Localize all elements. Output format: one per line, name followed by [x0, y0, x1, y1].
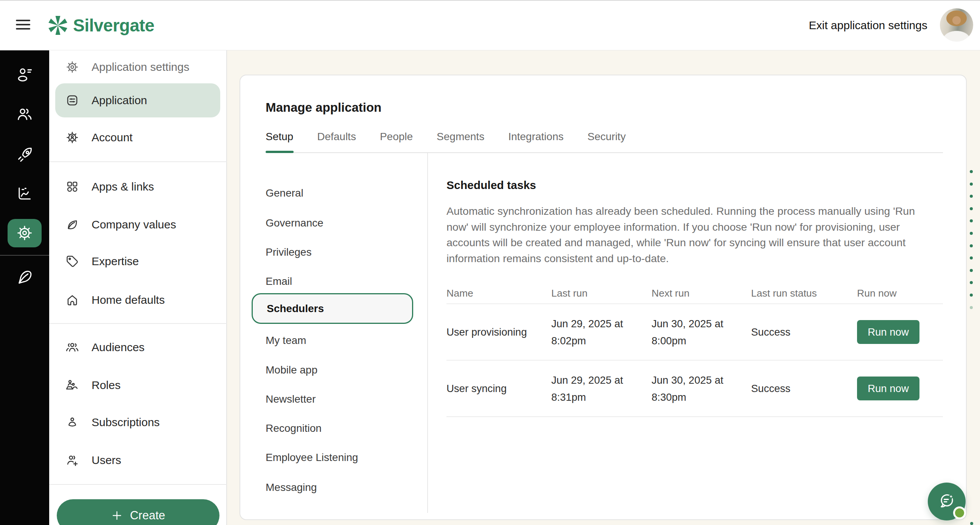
page-title: Manage application	[266, 101, 382, 115]
person-laptop-icon	[65, 378, 79, 392]
sidebar-item-apps-links[interactable]: Apps & links	[65, 176, 154, 198]
settings-nav-mobile-app[interactable]: Mobile app	[266, 362, 317, 378]
exit-application-settings-link[interactable]: Exit application settings	[808, 19, 928, 32]
sidebar-item-label: Account	[92, 131, 132, 144]
dot	[970, 522, 973, 525]
sidebar-item-label: Apps & links	[92, 180, 154, 193]
settings-gear-icon[interactable]	[16, 224, 33, 242]
top-bar: Silvergate Exit application settings	[0, 0, 980, 50]
people-icon[interactable]	[16, 106, 33, 123]
sidebar-item-roles[interactable]: Roles	[65, 374, 121, 397]
decorative-dot-column	[970, 170, 973, 309]
task-name: User syncing	[447, 383, 551, 395]
settings-nav-messaging[interactable]: Messaging	[266, 480, 317, 495]
rail-divider	[0, 255, 49, 256]
last-run-value: Jun 29, 2025 at 8:31pm	[551, 372, 634, 406]
person-cloak-icon	[65, 415, 79, 429]
status-value: Success	[751, 383, 857, 395]
settings-sidebar: Application settings Application Account…	[49, 50, 227, 525]
active-tab-underline	[266, 151, 294, 153]
sidebar-item-label: Audiences	[92, 341, 145, 354]
tabs-bottom-border	[266, 152, 943, 153]
online-status-dot	[953, 506, 966, 519]
settings-nav-privileges[interactable]: Privileges	[266, 245, 312, 260]
sidebar-item-label: Expertise	[92, 255, 139, 268]
sidebar-item-subscriptions[interactable]: Subscriptions	[65, 411, 160, 434]
sidebar-item-label: Subscriptions	[92, 416, 160, 429]
settings-nav-divider	[427, 153, 428, 513]
sidebar-item-expertise[interactable]: Expertise	[65, 250, 139, 273]
settings-nav-employee-listening[interactable]: Employee Listening	[266, 450, 358, 465]
tag-icon	[65, 255, 79, 268]
table-row: User provisioning Jun 29, 2025 at 8:02pm…	[447, 303, 943, 360]
rocket-icon[interactable]	[16, 147, 33, 164]
hamburger-menu-icon[interactable]	[16, 20, 30, 30]
sidebar-item-account[interactable]: Account	[65, 126, 132, 149]
compose-feather-icon[interactable]	[16, 269, 33, 286]
dot	[970, 294, 973, 297]
status-value: Success	[751, 326, 857, 338]
settings-nav-governance[interactable]: Governance	[266, 215, 323, 231]
tab-defaults[interactable]: Defaults	[317, 131, 356, 143]
icon-rail	[0, 50, 49, 525]
settings-nav-email[interactable]: Email	[266, 274, 292, 289]
table-bottom-border	[447, 416, 943, 417]
run-now-button[interactable]: Run now	[857, 320, 920, 344]
tab-setup[interactable]: Setup	[266, 131, 293, 143]
section-description: Automatic synchronization has already be…	[447, 203, 923, 266]
sidebar-item-users[interactable]: Users	[65, 449, 121, 472]
sidebar-divider	[49, 484, 227, 485]
sidebar-item-home-defaults[interactable]: Home defaults	[65, 289, 165, 311]
tab-bar: Setup Defaults People Segments Integrati…	[266, 131, 626, 143]
tab-segments[interactable]: Segments	[437, 131, 484, 143]
create-button[interactable]: Create	[57, 499, 220, 525]
column-header-last-run: Last run	[551, 287, 652, 299]
people-group-icon	[65, 340, 79, 354]
dot	[970, 219, 973, 222]
home-icon	[65, 293, 79, 307]
plus-icon	[111, 509, 123, 522]
brand-asterisk-icon	[47, 14, 69, 37]
sidebar-item-label: Application settings	[92, 61, 189, 73]
settings-nav-my-team[interactable]: My team	[266, 333, 306, 348]
column-header-last-run-status: Last run status	[751, 287, 857, 299]
dot	[970, 306, 973, 309]
sidebar-item-label: Application	[92, 94, 147, 107]
tab-security[interactable]: Security	[587, 131, 625, 143]
sidebar-item-label: Users	[92, 454, 121, 467]
sidebar-item-application-settings[interactable]: Application settings	[65, 56, 189, 78]
column-header-run-now: Run now	[857, 287, 943, 299]
dot	[970, 269, 973, 272]
tab-people[interactable]: People	[380, 131, 413, 143]
sidebar-divider	[49, 161, 227, 162]
next-run-value: Jun 30, 2025 at 8:30pm	[652, 372, 734, 406]
window-top-edge	[0, 0, 980, 1]
settings-nav-newsletter[interactable]: Newsletter	[266, 392, 315, 407]
sidebar-item-label: Roles	[92, 379, 121, 392]
sidebar-item-application[interactable]: Application	[65, 89, 147, 112]
settings-nav-recognition[interactable]: Recognition	[266, 421, 321, 436]
table-row: User syncing Jun 29, 2025 at 8:31pm Jun …	[447, 360, 943, 416]
brand-name: Silvergate	[73, 15, 154, 36]
gear-icon	[65, 60, 79, 74]
dot	[970, 183, 973, 186]
user-details-icon[interactable]	[16, 66, 33, 83]
settings-nav-general[interactable]: General	[266, 186, 304, 201]
sidebar-item-audiences[interactable]: Audiences	[65, 336, 145, 359]
leaf-icon	[65, 218, 79, 231]
sidebar-item-company-values[interactable]: Company values	[65, 213, 176, 236]
sidebar-item-label: Home defaults	[92, 294, 165, 306]
dot	[970, 244, 973, 247]
settings-nav-schedulers-selected[interactable]: Schedulers	[251, 293, 413, 324]
dot	[970, 207, 973, 210]
grid-icon	[65, 180, 79, 193]
sidebar-item-label: Company values	[92, 218, 176, 231]
user-avatar[interactable]	[940, 8, 973, 41]
brand-logo[interactable]: Silvergate	[47, 14, 154, 37]
tab-integrations[interactable]: Integrations	[508, 131, 563, 143]
run-now-button[interactable]: Run now	[857, 377, 920, 401]
analytics-icon[interactable]	[16, 185, 33, 202]
dot	[970, 257, 973, 260]
user-plus-icon	[65, 453, 79, 467]
last-run-value: Jun 29, 2025 at 8:02pm	[551, 315, 634, 349]
